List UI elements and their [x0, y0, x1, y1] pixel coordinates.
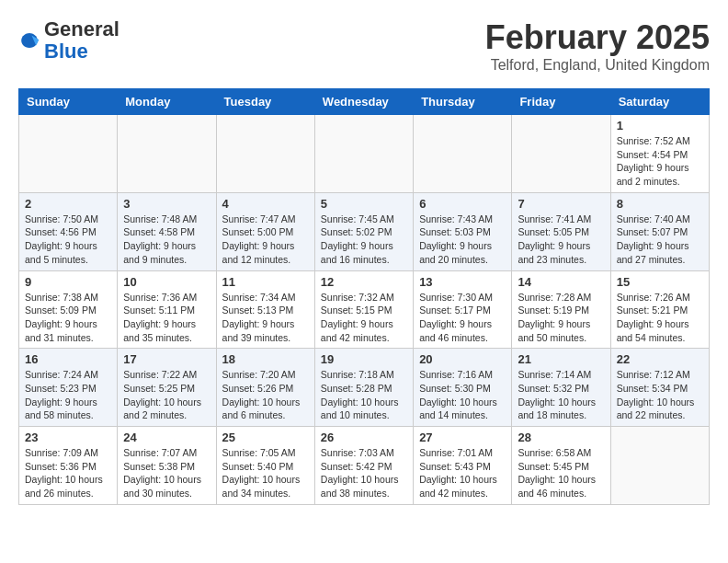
day-number: 23 — [25, 431, 111, 444]
day-number: 4 — [222, 197, 309, 211]
day-info: Sunrise: 7:14 AM Sunset: 5:32 PM Dayligh… — [518, 368, 604, 422]
day-info: Sunrise: 7:34 AM Sunset: 5:13 PM Dayligh… — [222, 291, 309, 345]
calendar-cell: 20Sunrise: 7:16 AM Sunset: 5:30 PM Dayli… — [414, 349, 512, 427]
calendar-cell: 10Sunrise: 7:36 AM Sunset: 5:11 PM Dayli… — [118, 270, 216, 349]
calendar-cell — [118, 115, 216, 193]
calendar-cell: 11Sunrise: 7:34 AM Sunset: 5:13 PM Dayli… — [216, 270, 314, 349]
day-number: 20 — [419, 352, 506, 366]
header: General Blue February 2025 Telford, Engl… — [18, 18, 710, 74]
day-info: Sunrise: 7:05 AM Sunset: 5:40 PM Dayligh… — [222, 446, 309, 500]
calendar-cell — [314, 115, 413, 193]
day-number: 17 — [123, 352, 210, 366]
calendar-header-friday: Friday — [512, 89, 610, 115]
calendar-cell: 19Sunrise: 7:18 AM Sunset: 5:28 PM Dayli… — [314, 349, 413, 427]
day-info: Sunrise: 7:30 AM Sunset: 5:17 PM Dayligh… — [419, 291, 506, 345]
calendar-cell: 28Sunrise: 6:58 AM Sunset: 5:45 PM Dayli… — [512, 427, 610, 505]
calendar-cell — [414, 115, 512, 193]
calendar-cell: 16Sunrise: 7:24 AM Sunset: 5:23 PM Dayli… — [19, 349, 118, 427]
day-info: Sunrise: 7:52 AM Sunset: 4:54 PM Dayligh… — [617, 134, 703, 189]
calendar-cell — [610, 427, 709, 505]
day-number: 10 — [123, 275, 210, 289]
calendar-week-row: 9Sunrise: 7:38 AM Sunset: 5:09 PM Daylig… — [19, 270, 710, 349]
calendar-cell: 21Sunrise: 7:14 AM Sunset: 5:32 PM Dayli… — [512, 349, 610, 427]
calendar-title: February 2025 — [485, 18, 710, 57]
calendar-cell: 15Sunrise: 7:26 AM Sunset: 5:21 PM Dayli… — [610, 270, 709, 349]
day-number: 15 — [617, 275, 703, 289]
day-info: Sunrise: 7:18 AM Sunset: 5:28 PM Dayligh… — [321, 368, 407, 422]
day-info: Sunrise: 7:16 AM Sunset: 5:30 PM Dayligh… — [419, 368, 506, 422]
calendar-header-thursday: Thursday — [414, 89, 512, 115]
calendar-week-row: 23Sunrise: 7:09 AM Sunset: 5:36 PM Dayli… — [19, 427, 710, 505]
day-info: Sunrise: 7:24 AM Sunset: 5:23 PM Dayligh… — [25, 368, 111, 422]
day-info: Sunrise: 7:26 AM Sunset: 5:21 PM Dayligh… — [617, 291, 703, 345]
day-number: 7 — [518, 197, 604, 211]
logo: General Blue — [18, 18, 119, 63]
calendar-cell: 24Sunrise: 7:07 AM Sunset: 5:38 PM Dayli… — [118, 427, 216, 505]
day-info: Sunrise: 7:36 AM Sunset: 5:11 PM Dayligh… — [123, 291, 210, 345]
day-info: Sunrise: 7:32 AM Sunset: 5:15 PM Dayligh… — [321, 291, 407, 345]
calendar-cell: 8Sunrise: 7:40 AM Sunset: 5:07 PM Daylig… — [610, 192, 709, 270]
calendar-cell: 27Sunrise: 7:01 AM Sunset: 5:43 PM Dayli… — [414, 427, 512, 505]
calendar-week-row: 1Sunrise: 7:52 AM Sunset: 4:54 PM Daylig… — [19, 115, 710, 193]
calendar-cell: 13Sunrise: 7:30 AM Sunset: 5:17 PM Dayli… — [414, 270, 512, 349]
day-number: 13 — [419, 275, 506, 289]
day-number: 11 — [222, 275, 309, 289]
logo-general-text: General — [44, 17, 119, 40]
day-info: Sunrise: 7:01 AM Sunset: 5:43 PM Dayligh… — [419, 446, 506, 500]
calendar-cell: 18Sunrise: 7:20 AM Sunset: 5:26 PM Dayli… — [216, 349, 314, 427]
day-info: Sunrise: 7:28 AM Sunset: 5:19 PM Dayligh… — [518, 291, 604, 345]
day-number: 25 — [222, 431, 309, 444]
logo-text: General Blue — [44, 18, 119, 63]
day-info: Sunrise: 7:40 AM Sunset: 5:07 PM Dayligh… — [617, 213, 703, 267]
day-number: 2 — [25, 197, 111, 211]
day-number: 22 — [617, 352, 703, 366]
title-section: February 2025 Telford, England, United K… — [485, 18, 710, 74]
day-number: 28 — [518, 431, 604, 444]
calendar-cell: 26Sunrise: 7:03 AM Sunset: 5:42 PM Dayli… — [314, 427, 413, 505]
logo-blue-text: Blue — [44, 40, 88, 63]
calendar-cell: 23Sunrise: 7:09 AM Sunset: 5:36 PM Dayli… — [19, 427, 118, 505]
day-info: Sunrise: 6:58 AM Sunset: 5:45 PM Dayligh… — [518, 446, 604, 500]
calendar-cell: 2Sunrise: 7:50 AM Sunset: 4:56 PM Daylig… — [19, 192, 118, 270]
day-number: 24 — [123, 431, 210, 444]
calendar-cell: 9Sunrise: 7:38 AM Sunset: 5:09 PM Daylig… — [19, 270, 118, 349]
calendar-header-row: SundayMondayTuesdayWednesdayThursdayFrid… — [19, 89, 710, 115]
day-number: 1 — [617, 119, 703, 132]
calendar-cell — [19, 115, 118, 193]
calendar-cell: 7Sunrise: 7:41 AM Sunset: 5:05 PM Daylig… — [512, 192, 610, 270]
calendar-cell: 6Sunrise: 7:43 AM Sunset: 5:03 PM Daylig… — [414, 192, 512, 270]
day-number: 3 — [123, 197, 210, 211]
day-number: 12 — [321, 275, 407, 289]
calendar-week-row: 16Sunrise: 7:24 AM Sunset: 5:23 PM Dayli… — [19, 349, 710, 427]
calendar-header-monday: Monday — [118, 89, 216, 115]
day-info: Sunrise: 7:22 AM Sunset: 5:25 PM Dayligh… — [123, 368, 210, 422]
day-info: Sunrise: 7:12 AM Sunset: 5:34 PM Dayligh… — [617, 368, 703, 422]
day-number: 19 — [321, 352, 407, 366]
day-info: Sunrise: 7:07 AM Sunset: 5:38 PM Dayligh… — [123, 446, 210, 500]
calendar-cell: 14Sunrise: 7:28 AM Sunset: 5:19 PM Dayli… — [512, 270, 610, 349]
day-number: 6 — [419, 197, 506, 211]
day-info: Sunrise: 7:09 AM Sunset: 5:36 PM Dayligh… — [25, 446, 111, 500]
day-number: 5 — [321, 197, 407, 211]
day-info: Sunrise: 7:50 AM Sunset: 4:56 PM Dayligh… — [25, 213, 111, 267]
day-info: Sunrise: 7:48 AM Sunset: 4:58 PM Dayligh… — [123, 213, 210, 267]
calendar-week-row: 2Sunrise: 7:50 AM Sunset: 4:56 PM Daylig… — [19, 192, 710, 270]
calendar-cell: 1Sunrise: 7:52 AM Sunset: 4:54 PM Daylig… — [610, 115, 709, 193]
day-number: 18 — [222, 352, 309, 366]
day-number: 9 — [25, 275, 111, 289]
calendar-cell: 5Sunrise: 7:45 AM Sunset: 5:02 PM Daylig… — [314, 192, 413, 270]
calendar-cell: 25Sunrise: 7:05 AM Sunset: 5:40 PM Dayli… — [216, 427, 314, 505]
day-number: 16 — [25, 352, 111, 366]
calendar-header-sunday: Sunday — [19, 89, 118, 115]
logo-icon — [18, 29, 40, 52]
calendar-cell — [512, 115, 610, 193]
calendar-cell: 4Sunrise: 7:47 AM Sunset: 5:00 PM Daylig… — [216, 192, 314, 270]
day-info: Sunrise: 7:45 AM Sunset: 5:02 PM Dayligh… — [321, 213, 407, 267]
day-number: 21 — [518, 352, 604, 366]
day-info: Sunrise: 7:41 AM Sunset: 5:05 PM Dayligh… — [518, 213, 604, 267]
calendar-table: SundayMondayTuesdayWednesdayThursdayFrid… — [18, 88, 710, 505]
day-info: Sunrise: 7:03 AM Sunset: 5:42 PM Dayligh… — [321, 446, 407, 500]
calendar-header-wednesday: Wednesday — [314, 89, 413, 115]
day-info: Sunrise: 7:47 AM Sunset: 5:00 PM Dayligh… — [222, 213, 309, 267]
calendar-cell: 12Sunrise: 7:32 AM Sunset: 5:15 PM Dayli… — [314, 270, 413, 349]
